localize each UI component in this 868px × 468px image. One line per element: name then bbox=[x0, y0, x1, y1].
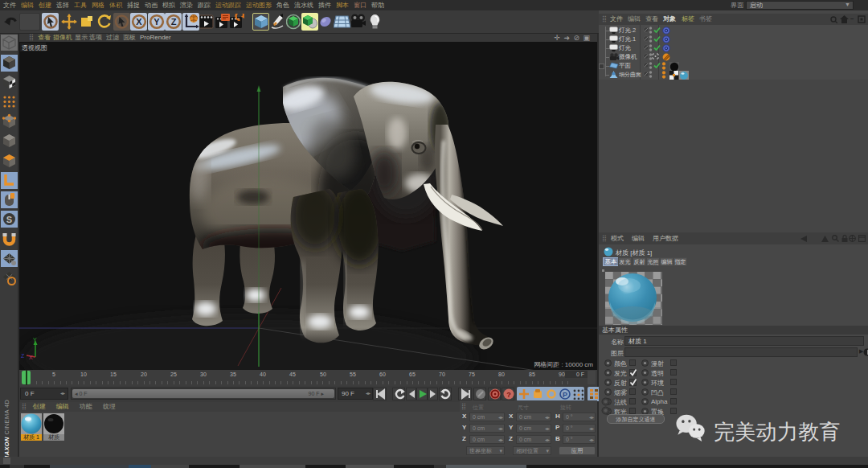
svg-text:透视视图: 透视视图 bbox=[22, 44, 47, 51]
svg-text:Y: Y bbox=[154, 17, 160, 27]
svg-text:Y: Y bbox=[33, 337, 37, 343]
svg-text:X: X bbox=[136, 17, 142, 27]
svg-text:P: P bbox=[563, 391, 567, 399]
svg-text:Z: Z bbox=[21, 353, 25, 359]
svg-text:网格间距 : 10000 cm: 网格间距 : 10000 cm bbox=[534, 361, 593, 368]
svg-text:S: S bbox=[6, 215, 12, 224]
svg-text:?: ? bbox=[506, 391, 511, 399]
svg-text:Z: Z bbox=[171, 17, 177, 27]
svg-text:X: X bbox=[29, 355, 33, 360]
